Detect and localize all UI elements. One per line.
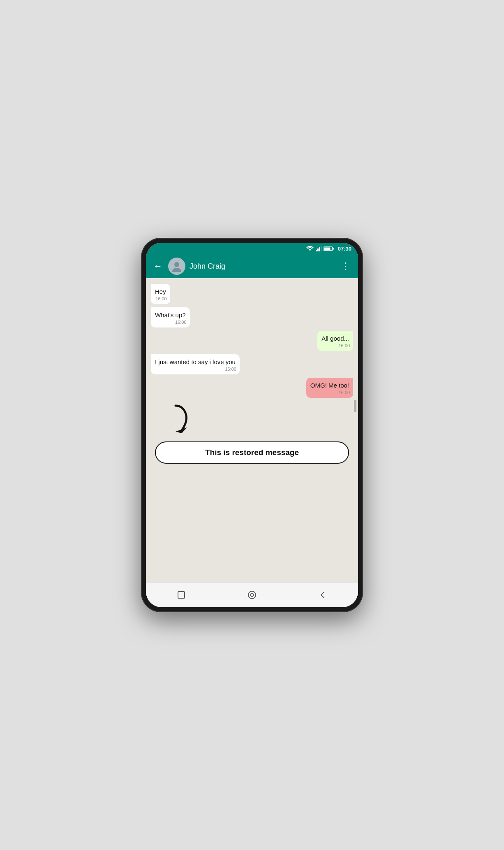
- svg-rect-11: [178, 592, 185, 598]
- message-row-1: Hey 16:00: [151, 284, 353, 304]
- restored-message-box: This is restored message: [155, 441, 349, 464]
- svg-marker-10: [176, 427, 187, 433]
- svg-marker-0: [309, 249, 311, 251]
- battery-icon: [324, 246, 334, 251]
- message-row-2: What's up? 16:00: [151, 307, 353, 327]
- message-row-3: All good... 16:00: [151, 331, 353, 351]
- back-nav-icon: [318, 590, 327, 599]
- svg-point-9: [172, 268, 181, 272]
- svg-rect-4: [321, 246, 321, 251]
- svg-point-8: [174, 262, 179, 267]
- message-row-4: I just wanted to say i love you 16:00: [151, 354, 353, 374]
- message-time-1: 16:00: [155, 296, 167, 302]
- message-bubble-2: What's up? 16:00: [151, 307, 190, 327]
- message-bubble-4: I just wanted to say i love you 16:00: [151, 354, 240, 374]
- bottom-nav: [146, 582, 358, 607]
- message-time-2: 16:00: [175, 319, 187, 325]
- message-time-4: 16:00: [225, 366, 236, 372]
- message-time-3: 16:00: [338, 343, 350, 349]
- svg-rect-7: [333, 248, 334, 249]
- svg-point-13: [250, 593, 254, 597]
- arrow-annotation: [151, 404, 353, 437]
- status-bar: 07:30: [146, 243, 358, 254]
- svg-rect-6: [324, 247, 330, 250]
- svg-rect-3: [319, 247, 320, 251]
- message-time-5: 16:00: [338, 390, 350, 396]
- phone-screen: 07:30 ← John Craig ⋮ Hey 16:00: [146, 243, 358, 607]
- svg-rect-1: [316, 250, 317, 251]
- circle-icon: [247, 590, 257, 600]
- message-text-2: What's up?: [155, 311, 186, 318]
- message-text-3: All good...: [321, 335, 349, 342]
- nav-back-button[interactable]: [315, 588, 330, 602]
- svg-rect-2: [317, 248, 319, 251]
- status-icons: 07:30: [306, 246, 351, 252]
- message-text-1: Hey: [155, 288, 166, 295]
- restored-message-container: This is restored message: [155, 441, 349, 464]
- phone-frame: 07:30 ← John Craig ⋮ Hey 16:00: [141, 238, 363, 612]
- scroll-indicator: [354, 400, 356, 412]
- back-button[interactable]: ←: [152, 259, 164, 273]
- chat-header: ← John Craig ⋮: [146, 254, 358, 278]
- nav-home-button[interactable]: [245, 588, 259, 602]
- status-time: 07:30: [338, 246, 351, 252]
- message-bubble-3: All good... 16:00: [317, 331, 353, 351]
- svg-point-12: [248, 591, 256, 599]
- message-bubble-1: Hey 16:00: [151, 284, 170, 304]
- square-icon: [177, 590, 186, 599]
- contact-name: John Craig: [190, 262, 335, 271]
- arrow-icon: [167, 404, 204, 437]
- signal-icon: [316, 246, 321, 251]
- chat-area: Hey 16:00 What's up? 16:00 All good... 1…: [146, 278, 358, 582]
- message-text-4: I just wanted to say i love you: [155, 358, 236, 365]
- message-bubble-5: OMG! Me too! 16:00: [306, 378, 353, 398]
- restored-message-label: This is restored message: [205, 448, 299, 457]
- more-menu-button[interactable]: ⋮: [340, 259, 352, 273]
- nav-recent-apps-button[interactable]: [174, 588, 189, 602]
- message-text-5: OMG! Me too!: [310, 382, 349, 389]
- wifi-icon: [306, 246, 314, 251]
- avatar: [168, 258, 185, 275]
- message-row-5: OMG! Me too! 16:00: [151, 378, 353, 398]
- avatar-icon: [171, 260, 183, 272]
